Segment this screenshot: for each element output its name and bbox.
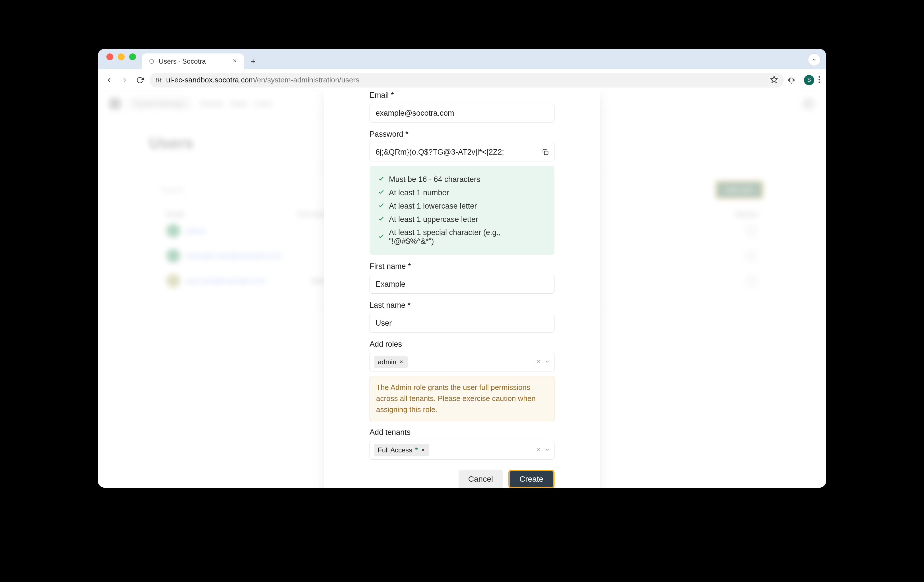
svg-point-9 — [818, 81, 820, 83]
tabs-dropdown-button[interactable] — [808, 53, 820, 66]
url-path: /en/system-administration/users — [255, 76, 359, 84]
chip-label: admin — [378, 358, 396, 366]
rule-text: At least 1 uppercase letter — [389, 215, 478, 224]
cancel-button[interactable]: Cancel — [459, 470, 503, 488]
close-tab-button[interactable] — [232, 58, 237, 65]
check-icon — [378, 188, 385, 197]
remove-chip-button[interactable] — [399, 358, 404, 366]
email-input[interactable] — [370, 104, 554, 122]
email-field-group: Email * — [370, 91, 554, 122]
tenant-chip-full-access: Full Access * — [374, 444, 429, 456]
clear-roles-button[interactable] — [535, 358, 541, 365]
svg-marker-6 — [771, 76, 777, 82]
create-user-dialog: Email * Password * Must be 16 - 64 chara… — [324, 91, 600, 488]
forward-button[interactable] — [119, 74, 130, 86]
url-host: ui-ec-sandbox.socotra.com — [166, 76, 255, 84]
svg-point-8 — [818, 79, 820, 80]
browser-window: Users · Socotra + ui-ec-sandbox.socotra.… — [98, 49, 826, 488]
password-field-group: Password * — [370, 130, 554, 161]
cancel-label: Cancel — [468, 475, 493, 484]
address-bar-row: ui-ec-sandbox.socotra.com/en/system-admi… — [98, 69, 826, 91]
check-icon — [378, 175, 385, 184]
create-label: Create — [520, 475, 543, 484]
password-rule: At least 1 uppercase letter — [378, 213, 546, 226]
chip-star: * — [415, 446, 417, 454]
remove-chip-button[interactable] — [421, 446, 425, 454]
extensions-icon[interactable] — [788, 76, 796, 85]
rule-text: At least 1 number — [389, 188, 449, 197]
first-name-field-group: First name * — [370, 262, 554, 294]
password-rule: At least 1 number — [378, 186, 546, 199]
profile-avatar[interactable]: S — [804, 75, 814, 85]
tab-title: Users · Socotra — [159, 58, 228, 65]
address-bar[interactable]: ui-ec-sandbox.socotra.com/en/system-admi… — [150, 73, 784, 87]
rule-text: At least 1 special character (e.g., "!@#… — [389, 228, 546, 246]
clear-tenants-button[interactable] — [535, 447, 541, 454]
open-roles-dropdown[interactable] — [544, 358, 550, 365]
tenants-label: Add tenants — [370, 428, 554, 437]
check-icon — [378, 202, 385, 211]
roles-label: Add roles — [370, 340, 554, 349]
rule-text: At least 1 lowercase letter — [389, 202, 477, 210]
minimize-window-button[interactable] — [118, 53, 125, 60]
page-content: System Manager Tenants Roles Users Users… — [98, 91, 826, 488]
new-tab-button[interactable]: + — [248, 56, 259, 67]
role-chip-admin: admin — [374, 356, 408, 368]
create-button[interactable]: Create — [508, 470, 554, 488]
password-input[interactable] — [370, 143, 554, 161]
browser-tab[interactable]: Users · Socotra — [142, 53, 244, 69]
site-settings-icon[interactable] — [155, 77, 162, 84]
browser-menu-button[interactable] — [818, 76, 820, 85]
maximize-window-button[interactable] — [129, 53, 136, 60]
warning-text: The Admin role grants the user full perm… — [376, 383, 536, 414]
chip-label: Full Access — [378, 446, 412, 454]
last-name-input[interactable] — [370, 314, 554, 332]
tenants-field-group: Add tenants Full Access * — [370, 428, 554, 460]
password-rule: At least 1 lowercase letter — [378, 199, 546, 213]
tenants-multiselect[interactable]: Full Access * — [370, 441, 554, 460]
roles-multiselect[interactable]: admin — [370, 353, 554, 372]
close-window-button[interactable] — [106, 53, 113, 60]
separator — [800, 75, 800, 85]
favicon-icon — [148, 58, 155, 64]
back-button[interactable] — [104, 74, 115, 86]
password-rule: At least 1 special character (e.g., "!@#… — [378, 226, 546, 248]
tab-bar: Users · Socotra + — [98, 49, 826, 69]
password-rules-box: Must be 16 - 64 characters At least 1 nu… — [370, 166, 554, 255]
open-tenants-dropdown[interactable] — [544, 447, 550, 454]
admin-role-warning: The Admin role grants the user full perm… — [370, 376, 554, 421]
roles-field-group: Add roles admin — [370, 340, 554, 372]
dialog-footer: Cancel Create — [370, 470, 554, 488]
copy-password-button[interactable] — [540, 147, 551, 157]
bookmark-star-icon[interactable] — [770, 76, 778, 85]
first-name-input[interactable] — [370, 275, 554, 294]
first-name-label: First name * — [370, 262, 554, 271]
profile-initial: S — [807, 77, 811, 83]
svg-point-7 — [818, 76, 820, 77]
rule-text: Must be 16 - 64 characters — [389, 175, 480, 184]
reload-button[interactable] — [134, 74, 146, 86]
email-label: Email * — [370, 91, 554, 100]
last-name-label: Last name * — [370, 301, 554, 310]
password-label: Password * — [370, 130, 554, 139]
svg-rect-10 — [544, 151, 548, 155]
check-icon — [378, 215, 385, 224]
window-controls — [104, 49, 142, 69]
password-rule: Must be 16 - 64 characters — [378, 173, 546, 186]
url-text: ui-ec-sandbox.socotra.com/en/system-admi… — [166, 76, 359, 84]
check-icon — [378, 232, 385, 242]
last-name-field-group: Last name * — [370, 301, 554, 332]
